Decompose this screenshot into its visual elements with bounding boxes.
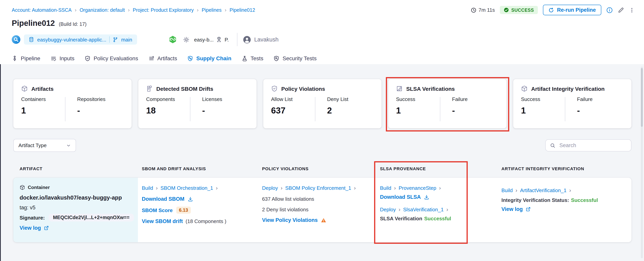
environment-short-label: P. <box>225 36 229 42</box>
repo-branch-chip[interactable]: easybuggy-vulnerable-applic... main <box>24 34 137 45</box>
edit-pencil-icon[interactable] <box>618 7 624 13</box>
tab-label: Inputs <box>60 55 74 61</box>
breadcrumb-separator: › <box>75 7 76 12</box>
cube-icon <box>521 85 528 92</box>
stat-allow-list: Allow List 637 <box>271 96 315 121</box>
chevron-down-icon <box>66 143 71 148</box>
slsa-verification-breadcrumb: Deploy › SlsaVerification_1 › <box>380 206 494 213</box>
status-badge: SUCCESS <box>500 6 538 14</box>
kebab-menu-icon[interactable] <box>629 7 634 13</box>
search-input[interactable] <box>558 142 627 149</box>
stat-integrity-success: Success 1 <box>521 96 565 121</box>
top-bar: Account: Automation-SSCA › Organization:… <box>12 5 634 15</box>
meta-vertical-divider <box>237 33 238 46</box>
tab-label: Supply Chain <box>196 55 231 61</box>
tab-security-tests[interactable]: Security Tests <box>274 51 317 66</box>
drift-components-count: (18 Components ) <box>186 218 226 224</box>
column-header-artifact: ARTIFACT <box>13 166 138 171</box>
slsa-verification-step-link[interactable]: SlsaVerification_1 <box>403 206 444 212</box>
slsa-build-stage-link[interactable]: Build <box>380 185 391 191</box>
allow-list-violations: 637 Allow list violations <box>262 196 372 202</box>
artifact-type-select[interactable]: Artifact Type <box>13 139 76 152</box>
summary-card-slsa-verifications: SLSA Verifications Success 1 Failure - <box>388 79 506 128</box>
artifact-integrity-cell: Build › ArtifactVerification_1 › Integri… <box>498 178 632 242</box>
artifact-view-log-link[interactable]: View log <box>20 225 134 231</box>
pill-divider <box>110 36 110 43</box>
tab-supply-chain[interactable]: Supply Chain <box>187 51 231 66</box>
check-circle-icon <box>504 7 509 12</box>
breadcrumb-account[interactable]: Account: Automation-SSCA <box>12 7 72 13</box>
trigger-project-name: easy-b... <box>194 36 214 42</box>
view-policy-violations-link[interactable]: View Policy Violations <box>262 217 372 223</box>
signature-value[interactable]: MEQCICde2Vjl...L+2+mqnOXw== <box>49 214 134 222</box>
signature-row: Signature: MEQCICde2Vjl...L+2+mqnOXw== <box>20 214 134 222</box>
card-title: Artifacts <box>31 85 54 92</box>
supply-chain-icon <box>187 55 193 61</box>
tab-pipeline[interactable]: Pipeline <box>12 51 40 66</box>
cube-icon <box>21 85 28 92</box>
tab-label: Pipeline <box>21 55 40 61</box>
app-viewport: Account: Automation-SSCA › Organization:… <box>0 0 644 261</box>
title-row: Pipeline012 (Build Id: 17) <box>12 19 634 28</box>
summary-card-policy-violations: Policy Violations Allow List 637 Deny Li… <box>263 79 382 128</box>
integrity-stage-link[interactable]: Build <box>502 187 513 193</box>
download-slsa-link[interactable]: Download SLSA <box>380 194 494 200</box>
breadcrumb-separator: › <box>128 7 130 12</box>
stat-integrity-failure: Failure - <box>565 96 626 121</box>
slsa-deploy-stage-link[interactable]: Deploy <box>380 206 396 212</box>
sbom-stage-link[interactable]: Build <box>142 185 153 191</box>
slsa-provenance-cell: Build › ProvenanceStep › Download SLSA D… <box>376 178 498 242</box>
vertical-scrollbar-thumb[interactable] <box>641 68 643 127</box>
summary-card-artifact-integrity: Artifact Integrity Verification Success … <box>513 79 632 128</box>
rerun-pipeline-button[interactable]: Re-run Pipeline <box>543 5 601 15</box>
stat-repositories: Repositories - <box>66 96 126 121</box>
page-header: Account: Automation-SSCA › Organization:… <box>0 0 644 51</box>
supply-chain-panel: Artifacts Containers 1 Repositories - <box>0 64 644 261</box>
stat-licenses: Licenses - <box>190 96 251 121</box>
warning-icon <box>321 217 326 223</box>
table-row: Container docker.io/lavakush07/easy-bugg… <box>13 178 632 242</box>
slsa-card-highlight-box: SLSA Verifications Success 1 Failure - <box>388 79 506 128</box>
sbom-score-link[interactable]: SBOM Score <box>142 207 173 213</box>
deny-list-violations: 2 Deny list violations <box>262 207 372 213</box>
download-sbom-link[interactable]: Download SBOM <box>142 196 254 202</box>
view-sbom-drift-link[interactable]: View SBOM drift <box>142 218 183 224</box>
breadcrumb-organization[interactable]: Organization: default <box>80 7 125 13</box>
stat-slsa-success: Success 1 <box>396 96 440 121</box>
sbom-step-link[interactable]: SBOM Orchestration_1 <box>160 185 213 191</box>
breadcrumb: Account: Automation-SSCA › Organization:… <box>12 7 255 13</box>
duration-indicator: 7m 11s <box>471 7 495 13</box>
info-icon[interactable] <box>606 7 613 13</box>
breadcrumb-project[interactable]: Project: Product Exploratory <box>133 7 194 13</box>
artifact-image-name: docker.io/lavakush07/easy-buggy-app <box>20 195 134 201</box>
card-title: SLSA Verifications <box>406 85 455 92</box>
stat-deny-list: Deny List 2 <box>315 96 376 121</box>
stat-components: Components 18 <box>146 96 190 121</box>
gear-icon <box>183 36 190 43</box>
policy-step-link[interactable]: SBOM Policy Enforcement_1 <box>285 185 351 191</box>
provenance-step-link[interactable]: ProvenanceStep <box>398 185 436 191</box>
repository-icon <box>28 37 34 42</box>
integrity-step-link[interactable]: ArtifactVerification_1 <box>520 187 566 193</box>
download-icon <box>424 194 430 200</box>
tab-label: Artifacts <box>157 55 177 61</box>
tab-artifacts[interactable]: Artifacts <box>148 51 177 66</box>
integrity-verification-status: Integrity Verification Status: Successfu… <box>502 197 628 203</box>
repo-name: easybuggy-vulnerable-applic... <box>37 36 106 42</box>
external-link-icon <box>44 225 49 231</box>
breadcrumb-pipelines[interactable]: Pipelines <box>202 7 222 13</box>
tab-policy-evaluations[interactable]: Policy Evaluations <box>84 51 138 66</box>
search-box <box>545 139 632 151</box>
container-type-badge: Container <box>20 185 134 190</box>
page-title: Pipeline012 <box>12 19 55 28</box>
integrity-view-log-link[interactable]: View log <box>502 206 628 212</box>
execution-tabbar: Pipeline Inputs Policy Evaluations Artif… <box>0 51 644 66</box>
artifacts-icon <box>148 55 154 61</box>
artifact-tag: tag: v5 <box>20 205 134 211</box>
tab-tests[interactable]: Tests <box>242 51 263 66</box>
sbom-score-badge: 6.13 <box>176 207 191 214</box>
policy-stage-link[interactable]: Deploy <box>262 185 278 191</box>
breadcrumb-pipeline012[interactable]: Pipeline012 <box>230 7 255 13</box>
tab-inputs[interactable]: Inputs <box>50 51 74 66</box>
filter-row: Artifact Type <box>13 139 632 152</box>
